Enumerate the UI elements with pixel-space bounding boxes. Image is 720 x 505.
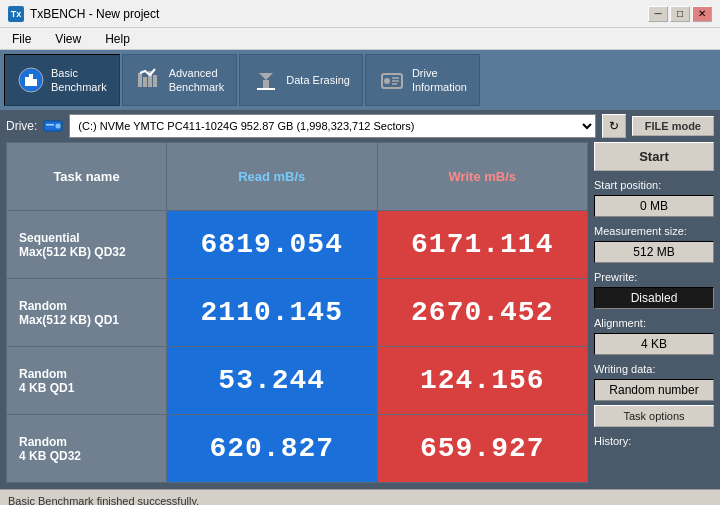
svg-rect-1 <box>25 77 29 86</box>
read-value-0: 6819.054 <box>201 229 343 260</box>
write-value-3: 659.927 <box>420 433 545 464</box>
col-header-write: Write mB/s <box>377 143 588 211</box>
refresh-button[interactable]: ↻ <box>602 114 626 138</box>
drive-information-icon <box>378 66 406 94</box>
table-row: SequentialMax(512 KB) QD326819.0546171.1… <box>7 211 588 279</box>
bench-area: Task name Read mB/s Write mB/s Sequentia… <box>0 142 720 489</box>
title-bar: Tx TxBENCH - New project ─ □ ✕ <box>0 0 720 28</box>
svg-rect-3 <box>33 79 37 86</box>
title-bar-left: Tx TxBENCH - New project <box>8 6 159 22</box>
task-cell-3: Random4 KB QD32 <box>7 415 167 483</box>
read-value-2: 53.244 <box>218 365 325 396</box>
drive-icon <box>43 118 63 134</box>
measurement-size-label: Measurement size: <box>594 225 714 237</box>
start-button[interactable]: Start <box>594 142 714 171</box>
right-panel: Start Start position: 0 MB Measurement s… <box>594 142 714 483</box>
task-options-button[interactable]: Task options <box>594 405 714 427</box>
maximize-button[interactable]: □ <box>670 6 690 22</box>
svg-point-16 <box>55 123 61 129</box>
status-bar: Basic Benchmark finished successfully. <box>0 489 720 505</box>
refresh-icon: ↻ <box>609 119 619 133</box>
toolbar-btn-basic-benchmark[interactable]: BasicBenchmark <box>4 54 120 106</box>
status-text: Basic Benchmark finished successfully. <box>8 495 199 506</box>
drive-bar: Drive: (C:) NVMe YMTC PC411-1024G 952.87… <box>0 110 720 142</box>
task-cell-2: Random4 KB QD1 <box>7 347 167 415</box>
close-icon: ✕ <box>698 8 706 19</box>
start-position-value: 0 MB <box>594 195 714 217</box>
read-value-1: 2110.145 <box>201 297 343 328</box>
writing-data-value: Random number <box>594 379 714 401</box>
basic-benchmark-label: BasicBenchmark <box>51 66 107 95</box>
toolbar-btn-advanced-benchmark[interactable]: AdvancedBenchmark <box>122 54 238 106</box>
menu-help[interactable]: Help <box>101 32 134 46</box>
toolbar-btn-drive-information[interactable]: DriveInformation <box>365 54 480 106</box>
basic-benchmark-icon <box>17 66 45 94</box>
toolbar: BasicBenchmark AdvancedBenchmark Data Er… <box>0 50 720 110</box>
table-row: Random4 KB QD32620.827659.927 <box>7 415 588 483</box>
benchmark-table: Task name Read mB/s Write mB/s Sequentia… <box>6 142 588 483</box>
svg-rect-17 <box>46 124 54 126</box>
write-cell-1: 2670.452 <box>377 279 588 347</box>
svg-rect-8 <box>263 80 269 88</box>
history-label: History: <box>594 435 714 447</box>
table-row: Random4 KB QD153.244124.156 <box>7 347 588 415</box>
table-row: RandomMax(512 KB) QD12110.1452670.452 <box>7 279 588 347</box>
read-cell-1: 2110.145 <box>167 279 378 347</box>
alignment-value: 4 KB <box>594 333 714 355</box>
write-cell-2: 124.156 <box>377 347 588 415</box>
title-bar-controls[interactable]: ─ □ ✕ <box>648 6 712 22</box>
data-erasing-label: Data Erasing <box>286 73 350 87</box>
minimize-button[interactable]: ─ <box>648 6 668 22</box>
maximize-icon: □ <box>677 8 683 19</box>
write-value-1: 2670.452 <box>411 297 553 328</box>
advanced-benchmark-label: AdvancedBenchmark <box>169 66 225 95</box>
close-button[interactable]: ✕ <box>692 6 712 22</box>
write-cell-3: 659.927 <box>377 415 588 483</box>
svg-point-11 <box>384 78 390 84</box>
minimize-icon: ─ <box>654 8 661 19</box>
toolbar-btn-data-erasing[interactable]: Data Erasing <box>239 54 363 106</box>
col-header-task: Task name <box>7 143 167 211</box>
svg-rect-7 <box>153 75 157 87</box>
app-icon: Tx <box>8 6 24 22</box>
svg-rect-4 <box>138 73 142 87</box>
writing-data-label: Writing data: <box>594 363 714 375</box>
read-value-3: 620.827 <box>209 433 334 464</box>
drive-information-label: DriveInformation <box>412 66 467 95</box>
read-cell-0: 6819.054 <box>167 211 378 279</box>
measurement-size-value: 512 MB <box>594 241 714 263</box>
menu-bar: File View Help <box>0 28 720 50</box>
write-value-2: 124.156 <box>420 365 545 396</box>
menu-file[interactable]: File <box>8 32 35 46</box>
prewrite-value: Disabled <box>594 287 714 309</box>
drive-select[interactable]: (C:) NVMe YMTC PC411-1024G 952.87 GB (1,… <box>69 114 595 138</box>
task-cell-0: SequentialMax(512 KB) QD32 <box>7 211 167 279</box>
task-cell-1: RandomMax(512 KB) QD1 <box>7 279 167 347</box>
write-cell-0: 6171.114 <box>377 211 588 279</box>
menu-view[interactable]: View <box>51 32 85 46</box>
prewrite-label: Prewrite: <box>594 271 714 283</box>
drive-label: Drive: <box>6 119 37 133</box>
data-erasing-icon <box>252 66 280 94</box>
alignment-label: Alignment: <box>594 317 714 329</box>
start-position-label: Start position: <box>594 179 714 191</box>
window-title: TxBENCH - New project <box>30 7 159 21</box>
advanced-benchmark-icon <box>135 66 163 94</box>
file-mode-button[interactable]: FILE mode <box>632 116 714 136</box>
svg-rect-5 <box>143 77 147 87</box>
write-value-0: 6171.114 <box>411 229 553 260</box>
svg-rect-2 <box>29 74 33 86</box>
col-header-read: Read mB/s <box>167 143 378 211</box>
read-cell-2: 53.244 <box>167 347 378 415</box>
read-cell-3: 620.827 <box>167 415 378 483</box>
